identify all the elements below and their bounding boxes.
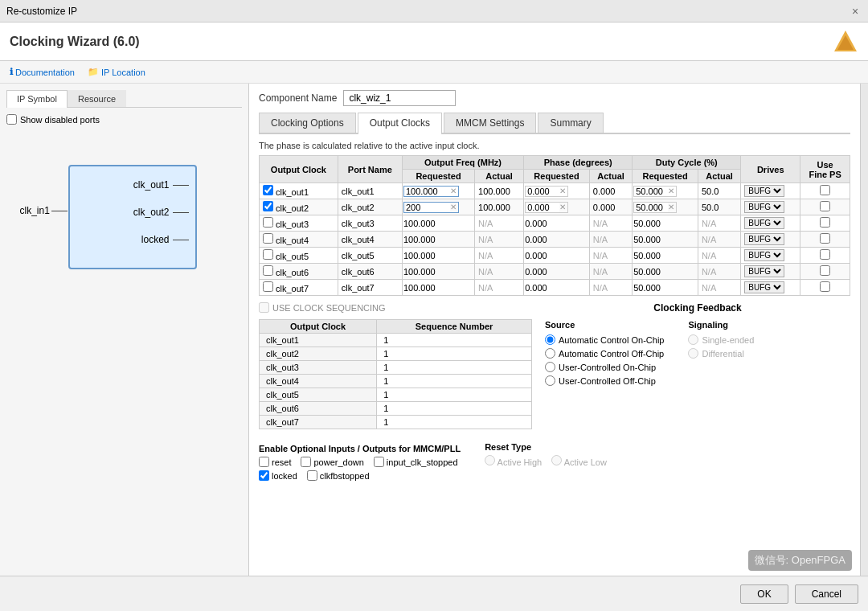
row-checkbox-2[interactable]: [263, 217, 273, 228]
col-fine-ps: UseFine PS: [800, 156, 850, 183]
freq-req-input-1[interactable]: [406, 203, 450, 212]
close-button[interactable]: ×: [849, 5, 862, 18]
cell-drives[interactable]: BUFGBUFRBUFH: [741, 264, 800, 280]
cell-phase-req[interactable]: 0.000: [524, 280, 590, 296]
show-disabled-checkbox[interactable]: [6, 114, 17, 125]
fine-ps-checkbox-6[interactable]: [820, 281, 830, 292]
row-checkbox-0[interactable]: [263, 185, 273, 195]
watermark: 微信号: OpenFPGA: [748, 550, 852, 571]
freq-req-clear-1[interactable]: ✕: [450, 203, 457, 211]
cell-fine-ps: [800, 264, 850, 280]
port-clk-out2-label: clk_out2: [133, 207, 170, 218]
duty-req-input-1[interactable]: [636, 203, 668, 212]
phase-req-clear-0[interactable]: ✕: [559, 187, 566, 195]
cell-drives[interactable]: BUFGBUFRBUFH: [741, 215, 800, 232]
cell-phase-req[interactable]: 0.000: [524, 264, 590, 280]
cancel-button[interactable]: Cancel: [795, 584, 858, 604]
scrollbar[interactable]: [860, 84, 868, 576]
cell-phase-req[interactable]: 0.000: [524, 248, 590, 264]
phase-req-input-1[interactable]: [527, 203, 559, 212]
duty-req-input-0[interactable]: [636, 187, 668, 196]
cell-freq-req[interactable]: 100.000: [402, 248, 474, 264]
cell-duty-req[interactable]: 50.000: [633, 264, 698, 280]
cell-duty-req[interactable]: ✕: [633, 199, 698, 215]
cell-drives[interactable]: BUFGBUFRBUFH: [741, 232, 800, 248]
cell-duty-req[interactable]: 50.000: [633, 215, 698, 232]
seq-col-output: Output Clock: [260, 320, 377, 334]
cell-port-name: clk_out4: [338, 232, 402, 248]
cell-freq-req[interactable]: 100.000: [402, 232, 474, 248]
drives-select-5[interactable]: BUFGBUFRBUFH: [744, 265, 784, 277]
drives-select-2[interactable]: BUFGBUFRBUFH: [744, 217, 784, 229]
documentation-link[interactable]: ℹ Documentation: [10, 67, 75, 77]
drives-select-6[interactable]: BUFGBUFRBUFH: [744, 281, 784, 293]
use-clock-seq-checkbox[interactable]: [259, 302, 269, 313]
cell-fine-ps: [800, 183, 850, 199]
cell-drives[interactable]: BUFGBUFRBUFH: [741, 199, 800, 215]
cell-drives[interactable]: BUFGBUFRBUFH: [741, 183, 800, 199]
radio-user-off-chip: User-Controlled Off-Chip: [545, 375, 664, 386]
cell-freq-req[interactable]: 100.000: [402, 280, 474, 296]
cb-reset: reset: [259, 457, 291, 467]
ok-button[interactable]: OK: [740, 584, 788, 604]
cell-freq-req[interactable]: ✕: [402, 183, 474, 199]
tab-resource[interactable]: Resource: [68, 90, 126, 107]
phase-note: The phase is calculated relative to the …: [259, 141, 850, 150]
cell-drives[interactable]: BUFGBUFRBUFH: [741, 280, 800, 296]
duty-req-clear-0[interactable]: ✕: [668, 187, 674, 195]
row-checkbox-4[interactable]: [263, 249, 273, 260]
row-checkbox-3[interactable]: [263, 233, 273, 244]
cb-locked: locked: [259, 470, 297, 481]
seq-cell-clock: clk_out5: [260, 388, 377, 402]
row-checkbox-1[interactable]: [263, 201, 273, 211]
drives-select-0[interactable]: BUFGBUFRBUFH: [744, 185, 784, 197]
cell-freq-req[interactable]: ✕: [402, 199, 474, 215]
cell-phase-req[interactable]: ✕: [524, 199, 590, 215]
phase-req-clear-1[interactable]: ✕: [559, 203, 566, 211]
fine-ps-checkbox-0[interactable]: [820, 185, 830, 195]
seq-cell-number: 1: [377, 402, 532, 416]
tab-ip-symbol[interactable]: IP Symbol: [6, 90, 68, 108]
cell-duty-req[interactable]: 50.000: [633, 248, 698, 264]
cell-duty-req[interactable]: 50.000: [633, 280, 698, 296]
col-drives: Drives: [741, 156, 800, 183]
tab-output-clocks[interactable]: Output Clocks: [358, 113, 442, 134]
seq-table-row: clk_out3 1: [260, 361, 532, 375]
phase-req-input-0[interactable]: [527, 187, 559, 196]
cell-freq-req[interactable]: 100.000: [402, 215, 474, 232]
cell-phase-req[interactable]: ✕: [524, 183, 590, 199]
freq-req-clear-0[interactable]: ✕: [450, 187, 457, 195]
tab-clocking-options[interactable]: Clocking Options: [259, 113, 356, 133]
col-duty-act: Actual: [698, 170, 740, 183]
cell-freq-req[interactable]: 100.000: [402, 264, 474, 280]
component-name-input[interactable]: [343, 90, 456, 106]
cell-duty-req[interactable]: 50.000: [633, 232, 698, 248]
cell-phase-req[interactable]: 0.000: [524, 215, 590, 232]
drives-select-4[interactable]: BUFGBUFRBUFH: [744, 249, 784, 261]
col-freq-req: Requested: [402, 170, 474, 183]
cell-port-name: clk_out3: [338, 215, 402, 232]
signaling-label: Signaling: [688, 320, 754, 330]
fine-ps-checkbox-3[interactable]: [820, 233, 830, 244]
cell-drives[interactable]: BUFGBUFRBUFH: [741, 248, 800, 264]
clocks-table: Output Clock Port Name Output Freq (MHz)…: [259, 155, 850, 296]
duty-req-clear-1[interactable]: ✕: [668, 203, 674, 211]
tab-mmcm-settings[interactable]: MMCM Settings: [444, 113, 536, 133]
ip-location-link[interactable]: 📁 IP Location: [88, 67, 145, 77]
seq-cell-clock: clk_out3: [260, 361, 377, 375]
freq-req-input-0[interactable]: [406, 187, 450, 196]
fine-ps-checkbox-5[interactable]: [820, 265, 830, 276]
fine-ps-checkbox-2[interactable]: [820, 217, 830, 228]
left-panel: IP Symbol Resource Show disabled ports c…: [0, 84, 249, 576]
fine-ps-checkbox-1[interactable]: [820, 201, 830, 211]
row-checkbox-5[interactable]: [263, 265, 273, 276]
fine-ps-checkbox-4[interactable]: [820, 249, 830, 260]
cell-phase-req[interactable]: 0.000: [524, 232, 590, 248]
drives-select-3[interactable]: BUFGBUFRBUFH: [744, 233, 784, 245]
tab-summary[interactable]: Summary: [538, 113, 603, 133]
row-checkbox-6[interactable]: [263, 281, 273, 292]
drives-select-1[interactable]: BUFGBUFRBUFH: [744, 201, 784, 213]
cell-duty-req[interactable]: ✕: [633, 183, 698, 199]
title-bar-text: Re-customize IP: [6, 6, 77, 17]
cell-phase-act: N/A: [589, 248, 632, 264]
